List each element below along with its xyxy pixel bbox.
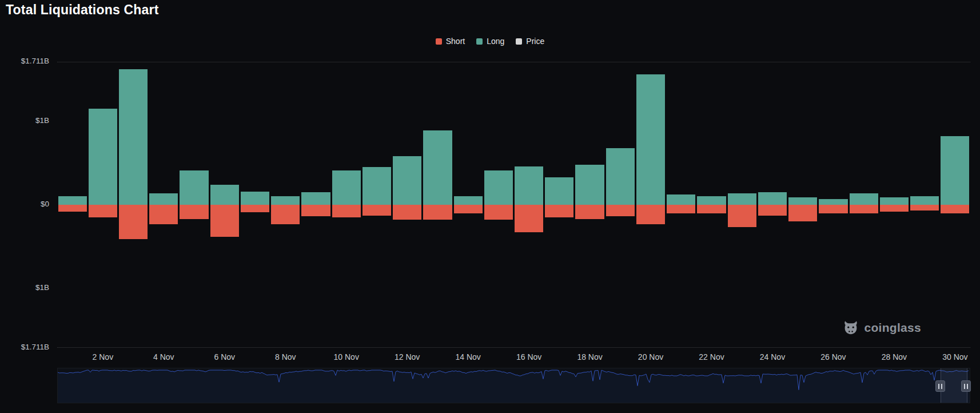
x-axis-label: 30 Nov (942, 352, 967, 362)
bar-short-5-nov[interactable] (180, 205, 208, 219)
x-axis-label: 14 Nov (455, 352, 480, 362)
bar-long-30-nov[interactable] (941, 136, 969, 205)
bar-long-10-nov[interactable] (332, 170, 361, 205)
legend-item-price[interactable]: Price (516, 37, 544, 46)
chart-legend: ShortLongPrice (0, 37, 980, 46)
bar-long-14-nov[interactable] (454, 196, 483, 205)
navigator-left-handle[interactable] (935, 380, 945, 392)
bar-long-19-nov[interactable] (606, 148, 635, 205)
x-axis-label: 8 Nov (275, 352, 296, 362)
bar-short-20-nov[interactable] (636, 205, 665, 224)
bar-long-23-nov[interactable] (728, 193, 756, 205)
bar-long-15-nov[interactable] (484, 170, 513, 205)
x-axis-label: 26 Nov (820, 352, 846, 362)
bar-short-21-nov[interactable] (667, 205, 695, 213)
bar-short-22-nov[interactable] (697, 205, 726, 213)
bar-long-5-nov[interactable] (180, 170, 208, 205)
y-axis-label: $1.711B (21, 57, 49, 65)
bar-short-1-nov[interactable] (58, 205, 87, 212)
bar-short-18-nov[interactable] (575, 205, 604, 219)
bar-long-21-nov[interactable] (667, 194, 695, 205)
bar-long-20-nov[interactable] (636, 74, 665, 205)
bar-short-8-nov[interactable] (271, 205, 300, 224)
bar-short-9-nov[interactable] (301, 205, 330, 216)
x-axis-label: 2 Nov (93, 352, 114, 362)
bar-short-6-nov[interactable] (210, 205, 239, 237)
bar-long-25-nov[interactable] (788, 197, 817, 205)
x-axis-label: 28 Nov (882, 352, 907, 362)
coinglass-brand-text: coinglass (864, 321, 921, 335)
bar-long-6-nov[interactable] (210, 185, 239, 205)
bar-short-25-nov[interactable] (788, 205, 817, 221)
bar-short-27-nov[interactable] (850, 205, 878, 213)
bar-short-24-nov[interactable] (758, 205, 787, 216)
legend-label: Short (446, 37, 465, 46)
bar-long-12-nov[interactable] (393, 156, 421, 205)
bar-short-30-nov[interactable] (941, 205, 969, 213)
bar-long-29-nov[interactable] (910, 196, 939, 205)
bar-short-26-nov[interactable] (819, 205, 847, 213)
bar-short-28-nov[interactable] (880, 205, 909, 212)
bar-short-15-nov[interactable] (484, 205, 513, 220)
bar-short-2-nov[interactable] (89, 205, 117, 217)
x-axis-labels: 2 Nov4 Nov6 Nov8 Nov10 Nov12 Nov14 Nov16… (57, 352, 970, 365)
coinglass-watermark: coinglass (842, 319, 921, 336)
bar-long-1-nov[interactable] (58, 196, 87, 205)
legend-swatch-long (476, 38, 483, 45)
bar-long-18-nov[interactable] (575, 165, 604, 205)
bar-short-11-nov[interactable] (362, 205, 391, 216)
bar-short-4-nov[interactable] (149, 205, 178, 224)
bar-short-29-nov[interactable] (910, 205, 939, 211)
x-axis-label: 10 Nov (334, 352, 359, 362)
navigator-right-handle[interactable] (961, 380, 971, 392)
bar-long-16-nov[interactable] (515, 166, 543, 205)
x-axis-label: 20 Nov (638, 352, 663, 362)
legend-item-short[interactable]: Short (436, 37, 465, 46)
legend-item-long[interactable]: Long (476, 37, 504, 46)
range-navigator[interactable] (57, 368, 970, 403)
bar-short-10-nov[interactable] (332, 205, 361, 217)
bar-long-26-nov[interactable] (819, 199, 847, 205)
bar-long-3-nov[interactable] (119, 69, 148, 205)
bar-long-27-nov[interactable] (850, 193, 878, 205)
handle-grip-bar (941, 384, 942, 389)
bar-long-22-nov[interactable] (697, 196, 726, 205)
bar-short-23-nov[interactable] (728, 205, 756, 227)
bar-long-24-nov[interactable] (758, 192, 787, 205)
bar-long-11-nov[interactable] (362, 167, 391, 205)
legend-label: Price (526, 37, 544, 46)
handle-grip-bar (938, 384, 939, 389)
bar-short-7-nov[interactable] (241, 205, 269, 212)
bar-long-28-nov[interactable] (880, 197, 909, 205)
x-axis-label: 18 Nov (577, 352, 602, 362)
bar-long-17-nov[interactable] (545, 177, 573, 205)
bar-short-17-nov[interactable] (545, 205, 573, 217)
x-axis-label: 12 Nov (395, 352, 420, 362)
bar-short-19-nov[interactable] (606, 205, 635, 216)
bar-long-9-nov[interactable] (301, 192, 330, 205)
bars-layer (57, 62, 970, 348)
liquidations-chart-app: Total Liquidations Chart ShortLongPrice … (0, 0, 980, 413)
bar-short-14-nov[interactable] (454, 205, 483, 213)
y-axis-labels: $1.711B$1B$0$1B$1.711B (0, 0, 53, 413)
bar-long-4-nov[interactable] (149, 193, 178, 205)
bar-long-2-nov[interactable] (89, 109, 117, 205)
bar-long-8-nov[interactable] (271, 196, 300, 205)
handle-grip-bar (967, 384, 968, 389)
x-axis-label: 4 Nov (153, 352, 174, 362)
x-axis-label: 6 Nov (214, 352, 235, 362)
x-axis-label: 22 Nov (699, 352, 724, 362)
legend-swatch-price (516, 38, 522, 45)
bar-short-3-nov[interactable] (119, 205, 148, 239)
bar-long-13-nov[interactable] (423, 130, 452, 205)
bar-short-13-nov[interactable] (423, 205, 452, 220)
y-axis-label: $1.711B (21, 343, 49, 351)
price-mini-line (58, 368, 970, 403)
y-axis-label: $1B (35, 283, 49, 292)
legend-swatch-short (436, 38, 442, 45)
x-axis-label: 16 Nov (516, 352, 541, 362)
bar-short-16-nov[interactable] (515, 205, 543, 232)
bar-short-12-nov[interactable] (393, 205, 421, 220)
bar-long-7-nov[interactable] (241, 192, 269, 205)
handle-grip-bar (964, 384, 965, 389)
